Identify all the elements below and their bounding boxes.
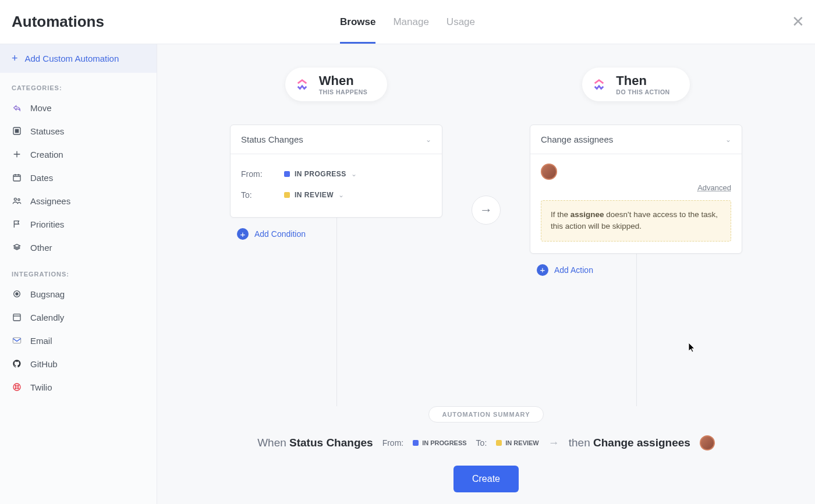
from-status-value: IN PROGRESS — [295, 170, 346, 178]
calendly-icon — [12, 312, 22, 322]
svg-rect-7 — [13, 314, 20, 321]
tab-browse[interactable]: Browse — [340, 0, 375, 44]
chevron-down-icon: ⌄ — [426, 136, 431, 144]
status-color-swatch — [284, 192, 290, 198]
plus-circle-icon: + — [237, 228, 249, 240]
trigger-select[interactable]: Status Changes ⌄ — [231, 125, 442, 154]
summary-label: AUTOMATION SUMMARY — [428, 406, 543, 423]
svg-point-6 — [16, 293, 18, 295]
chevron-down-icon: ⌄ — [725, 136, 731, 144]
then-subtitle: DO THIS ACTION — [616, 88, 669, 95]
then-header-pill: Then DO THIS ACTION — [582, 68, 689, 101]
when-header-pill: When THIS HAPPENS — [285, 68, 388, 101]
page-title: Automations — [12, 13, 104, 31]
sidebar-item-label: Assignees — [30, 196, 70, 206]
when-title: When — [319, 73, 368, 88]
svg-point-3 — [14, 198, 16, 200]
main-content: When THIS HAPPENS Status Changes ⌄ From: — [157, 44, 815, 504]
twilio-icon — [12, 382, 22, 392]
sidebar-item-email[interactable]: Email — [0, 329, 157, 352]
add-action-label: Add Action — [554, 265, 593, 275]
from-status-select[interactable]: IN PROGRESS ⌄ — [284, 170, 357, 178]
arrow-right-icon: → — [548, 436, 559, 449]
tab-manage[interactable]: Manage — [393, 0, 428, 44]
assignee-avatar[interactable] — [541, 164, 557, 180]
close-icon: ✕ — [792, 13, 805, 30]
bugsnag-icon — [12, 289, 22, 299]
people-icon — [12, 196, 22, 206]
sidebar-item-label: Email — [30, 336, 52, 346]
plus-circle-icon: + — [537, 264, 548, 276]
advanced-link[interactable]: Advanced — [541, 183, 731, 192]
when-column: When THIS HAPPENS Status Changes ⌄ From: — [186, 68, 486, 406]
trigger-card: Status Changes ⌄ From: IN PROGRESS ⌄ — [230, 125, 442, 218]
sidebar-item-label: Other — [30, 243, 52, 253]
sidebar-item-calendly[interactable]: Calendly — [0, 306, 157, 329]
sidebar-item-label: Statuses — [30, 126, 64, 136]
create-button[interactable]: Create — [453, 466, 519, 492]
sidebar-item-label: Twilio — [30, 382, 52, 392]
tabs: Browse Manage Usage — [340, 0, 475, 44]
clickup-logo-icon — [590, 76, 608, 93]
add-custom-automation-button[interactable]: + Add Custom Automation — [0, 44, 157, 73]
sidebar-item-bugsnag[interactable]: Bugsnag — [0, 282, 157, 306]
action-select[interactable]: Change assignees ⌄ — [530, 125, 742, 154]
sidebar-item-twilio[interactable]: Twilio — [0, 375, 157, 399]
integrations-header: INTEGRATIONS: — [0, 259, 157, 282]
clickup-logo-icon — [293, 76, 311, 93]
sidebar-item-label: Calendly — [30, 313, 64, 322]
svg-point-13 — [17, 388, 19, 389]
svg-point-9 — [13, 384, 20, 391]
share-icon — [12, 102, 22, 113]
then-title: Then — [616, 73, 669, 88]
assignee-avatar — [700, 435, 715, 450]
sidebar-item-move[interactable]: Move — [0, 96, 157, 119]
chevron-down-icon: ⌄ — [338, 191, 344, 199]
add-condition-label: Add Condition — [254, 229, 306, 239]
sidebar-item-label: Priorities — [30, 219, 64, 229]
add-action-button[interactable]: + Add Action — [530, 264, 742, 276]
sidebar-item-creation[interactable]: Creation — [0, 143, 157, 166]
svg-rect-8 — [13, 338, 20, 343]
email-icon — [12, 335, 22, 346]
square-icon — [12, 126, 22, 136]
sidebar-item-label: GitHub — [30, 359, 58, 369]
footer: AUTOMATION SUMMARY When Status Changes F… — [157, 406, 815, 504]
calendar-icon — [12, 172, 22, 183]
categories-header: CATEGORIES: — [0, 73, 157, 96]
flow-arrow-icon: → — [472, 196, 501, 225]
svg-rect-2 — [13, 175, 20, 181]
sidebar-item-other[interactable]: Other — [0, 236, 157, 259]
flag-icon — [12, 219, 22, 229]
status-color-swatch — [284, 171, 290, 177]
to-status-select[interactable]: IN REVIEW ⌄ — [284, 191, 344, 199]
sidebar-item-priorities[interactable]: Priorities — [0, 212, 157, 236]
add-condition-button[interactable]: + Add Condition — [230, 228, 442, 240]
plus-cross-icon — [12, 149, 22, 159]
action-card: Change assignees ⌄ Advanced If the assig… — [530, 125, 742, 254]
to-status-value: IN REVIEW — [295, 191, 334, 199]
svg-point-11 — [17, 385, 19, 386]
sidebar-item-statuses[interactable]: Statuses — [0, 119, 157, 143]
sidebar-item-github[interactable]: GitHub — [0, 352, 157, 375]
from-label: From: — [241, 169, 267, 179]
close-button[interactable]: ✕ — [792, 13, 805, 31]
sidebar-item-label: Creation — [30, 150, 63, 159]
svg-point-12 — [15, 388, 16, 389]
sidebar-item-dates[interactable]: Dates — [0, 166, 157, 189]
tab-usage[interactable]: Usage — [447, 0, 475, 44]
add-custom-label: Add Custom Automation — [25, 54, 119, 63]
summary-line: When Status Changes From: IN PROGRESS To… — [157, 435, 815, 450]
sidebar-item-label: Dates — [30, 173, 53, 183]
then-column: Then DO THIS ACTION Change assignees ⌄ A… — [486, 68, 786, 406]
when-subtitle: THIS HAPPENS — [319, 88, 368, 95]
chevron-down-icon: ⌄ — [351, 170, 357, 178]
action-select-value: Change assignees — [541, 134, 613, 144]
sidebar-item-label: Move — [30, 103, 52, 113]
warning-box: If the assignee doesn't have access to t… — [541, 200, 731, 242]
sidebar-item-label: Bugsnag — [30, 289, 65, 299]
svg-point-10 — [15, 385, 16, 386]
svg-rect-1 — [15, 129, 18, 132]
stack-icon — [12, 242, 22, 253]
sidebar-item-assignees[interactable]: Assignees — [0, 189, 157, 212]
